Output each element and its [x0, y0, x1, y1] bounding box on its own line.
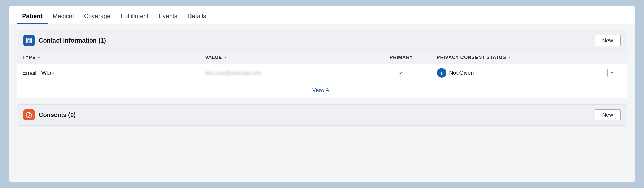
tab-details[interactable]: Details	[183, 12, 211, 24]
svg-point-1	[27, 39, 29, 41]
row-action-dropdown-button[interactable]	[607, 69, 617, 77]
info-circle-icon[interactable]: i	[437, 68, 446, 78]
tab-events[interactable]: Events	[153, 12, 182, 24]
consents-section-title: Consents (0)	[39, 111, 76, 118]
consents-section-header: Consents (0) New	[17, 105, 627, 125]
tabs-bar: Patient Medical Coverage Fulfillment Eve…	[9, 6, 635, 24]
contact-section-icon	[23, 35, 35, 46]
privacy-cell-content: i Not Given	[437, 68, 597, 78]
col-header-value: VALUE	[200, 51, 371, 64]
cell-privacy: i Not Given	[432, 64, 602, 82]
row-action-chevron-icon	[611, 72, 613, 74]
content-area: Contact Information (1) New TYPE	[9, 24, 635, 182]
table-header-row: TYPE VALUE PRIMARY	[17, 51, 627, 64]
type-chevron-icon	[38, 57, 40, 58]
col-header-primary: PRIMARY	[371, 51, 432, 64]
contact-table: TYPE VALUE PRIMARY	[17, 51, 627, 82]
consents-new-button[interactable]: New	[595, 109, 621, 120]
value-chevron-icon	[224, 57, 227, 58]
svg-point-5	[28, 116, 29, 116]
cell-primary: ✓	[371, 64, 432, 82]
view-all-link[interactable]: View All	[312, 87, 332, 93]
consents-section: Consents (0) New	[17, 104, 627, 126]
tab-patient[interactable]: Patient	[17, 12, 48, 24]
contact-new-button[interactable]: New	[595, 35, 621, 46]
table-row: Email - Work alex.user@example.com ✓ i N…	[17, 64, 627, 82]
consents-header-left: Consents (0)	[23, 109, 76, 120]
view-all-row: View All	[17, 82, 627, 98]
contact-section-header: Contact Information (1) New	[17, 30, 627, 51]
cell-value: alex.user@example.com	[200, 64, 371, 82]
privacy-status-text: Not Given	[449, 70, 474, 76]
privacy-chevron-icon	[508, 57, 511, 58]
tab-coverage[interactable]: Coverage	[79, 12, 116, 24]
contact-section-title: Contact Information (1)	[39, 37, 106, 44]
cell-action	[602, 64, 627, 82]
blurred-email: alex.user@example.com	[205, 70, 261, 76]
col-header-privacy: PRIVACY CONSENT STATUS	[432, 51, 602, 64]
tab-medical[interactable]: Medical	[48, 12, 79, 24]
col-header-action	[602, 51, 627, 64]
primary-checkmark-icon: ✓	[399, 69, 404, 76]
main-container: Patient Medical Coverage Fulfillment Eve…	[9, 6, 635, 182]
col-header-type: TYPE	[17, 51, 200, 64]
contact-information-section: Contact Information (1) New TYPE	[17, 30, 627, 98]
consents-section-icon	[23, 109, 35, 120]
cell-type: Email - Work	[17, 64, 200, 82]
tab-fulfillment[interactable]: Fulfillment	[116, 12, 153, 24]
contact-header-left: Contact Information (1)	[23, 35, 106, 46]
